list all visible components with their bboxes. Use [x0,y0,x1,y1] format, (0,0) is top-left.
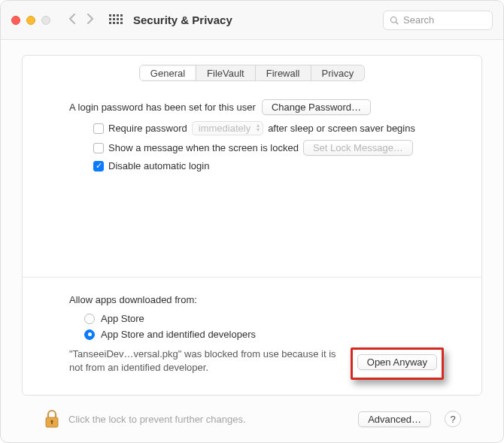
set-lock-message-button[interactable]: Set Lock Message… [303,140,413,156]
show-all-button[interactable] [109,14,121,26]
open-anyway-button[interactable]: Open Anyway [357,354,437,370]
allow-apps-identified-radio[interactable] [84,329,95,340]
show-message-label: Show a message when the screen is locked [108,142,299,153]
titlebar: Security & Privacy Search [1,1,503,40]
require-password-delay-select[interactable]: immediately ▴▾ [192,121,263,135]
disable-auto-login-row: Disable automatic login [93,160,444,171]
show-message-row: Show a message when the screen is locked… [93,140,444,156]
allow-apps-appstore-radio[interactable] [84,314,95,324]
help-button[interactable]: ? [445,411,461,427]
show-message-checkbox[interactable] [93,143,104,153]
close-window-button[interactable] [11,16,20,25]
allow-apps-header: Allow apps downloaded from: [69,294,444,305]
search-placeholder: Search [403,14,434,26]
login-password-text: A login password has been set for this u… [69,102,256,113]
search-field[interactable]: Search [383,11,493,30]
tab-privacy[interactable]: Privacy [311,65,365,80]
chevron-updown-icon: ▴▾ [257,123,260,132]
window-title: Security & Privacy [133,14,232,26]
allow-apps-section: Allow apps downloaded from: App Store Ap… [23,278,481,395]
require-password-label-pre: Require password [108,123,187,134]
minimize-window-button[interactable] [26,16,35,25]
require-password-label-post: after sleep or screen saver begins [268,123,415,134]
require-password-row: Require password immediately ▴▾ after sl… [93,121,444,135]
svg-point-0 [391,17,397,23]
traffic-lights [11,16,50,25]
tab-general[interactable]: General [140,65,196,80]
preferences-window: Security & Privacy Search General FileVa… [0,0,504,443]
require-password-checkbox[interactable] [93,123,104,134]
nav-arrows [68,14,94,27]
disable-auto-login-checkbox[interactable] [93,161,104,171]
zoom-window-button[interactable] [41,16,50,25]
allow-apps-identified-label: App Store and identified developers [101,329,256,340]
back-button[interactable] [68,14,76,27]
tab-bar: General FileVault Firewall Privacy [139,65,365,81]
blocked-app-text: "TanseeiDev…versal.pkg" was blocked from… [69,347,342,374]
forward-button[interactable] [87,14,94,27]
lock-icon[interactable] [43,408,61,429]
open-anyway-highlight: Open Anyway [351,347,444,380]
tab-filevault[interactable]: FileVault [196,65,256,80]
svg-rect-4 [51,421,53,424]
login-section: A login password has been set for this u… [23,81,481,191]
tab-firewall[interactable]: Firewall [256,65,311,80]
advanced-button[interactable]: Advanced… [358,411,431,427]
search-icon [390,16,399,25]
footer: Click the lock to prevent further change… [22,396,482,442]
svg-line-1 [396,22,398,24]
change-password-button[interactable]: Change Password… [262,99,371,115]
main-panel: General FileVault Firewall Privacy A log… [22,55,482,396]
disable-auto-login-label: Disable automatic login [108,160,209,171]
lock-hint-text: Click the lock to prevent further change… [68,414,351,425]
allow-apps-appstore-label: App Store [101,313,144,324]
content-area: General FileVault Firewall Privacy A log… [1,40,503,442]
